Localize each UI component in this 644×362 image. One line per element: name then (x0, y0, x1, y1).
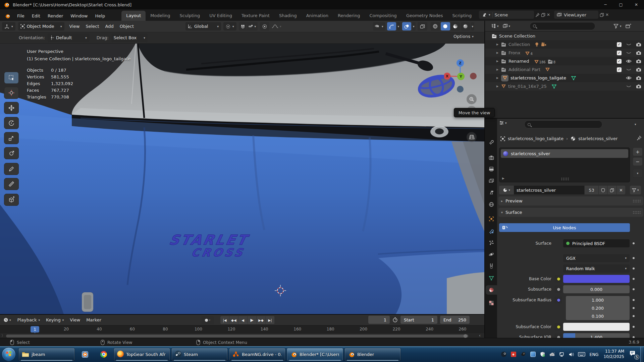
playhead[interactable]: 1 (31, 326, 39, 333)
play-button[interactable]: ▶ (248, 316, 257, 324)
eye-open-toggle[interactable] (626, 76, 632, 80)
copy-material-button[interactable] (607, 186, 616, 194)
field-subsurface-radius-1[interactable]: 0.200 (566, 304, 630, 312)
outliner-editor-type-button[interactable]: ▾ (491, 24, 499, 28)
outliner-item-name[interactable]: Collection (508, 42, 530, 47)
menu-help[interactable]: Help (92, 11, 109, 21)
shading-material-button[interactable] (451, 22, 460, 31)
taskbar-button-steam[interactable]: Steam (171, 348, 228, 361)
show-desktop-button[interactable] (640, 347, 643, 362)
tool-annotate[interactable] (4, 163, 19, 175)
tool-select-box[interactable] (4, 72, 19, 84)
taskbar-button-beamng[interactable]: BeamNG.drive - 0.3... (229, 348, 285, 361)
current-frame-field[interactable]: 1 (368, 316, 390, 324)
color-swatch-base-color[interactable] (563, 275, 630, 283)
tab-uv-editing[interactable]: UV Editing (205, 11, 237, 21)
timeline-editor-type-button[interactable]: ▾ (3, 317, 11, 322)
taskbar-button-firefox[interactable]: TopGear South Afri... (114, 348, 170, 361)
outliner-row-starletcross-logo-tailgate[interactable]: ▶starletcross_logo_tailgate (485, 74, 644, 82)
tool-orientation-dropdown[interactable]: Default ▾ (48, 34, 89, 42)
taskbar-icon-chrome[interactable] (95, 348, 112, 361)
blender-menu-icon[interactable] (0, 13, 13, 21)
outliner-row-collection[interactable]: ▶Collection✓ (485, 40, 644, 49)
properties-search-input[interactable] (524, 120, 602, 128)
timeline-menu-marker[interactable]: Marker (83, 317, 104, 322)
checkbox-toggle[interactable]: ✓ (617, 67, 622, 72)
animate-dot[interactable] (633, 315, 635, 317)
use-nodes-button[interactable]: Use Nodes (499, 223, 630, 232)
outliner-search-input[interactable] (530, 22, 595, 30)
properties-tab-render[interactable] (486, 153, 497, 163)
play-back-button[interactable]: ◀ (238, 316, 248, 324)
scrollbar-handle[interactable] (464, 334, 467, 338)
show-object-types-dropdown[interactable]: ▾ (373, 22, 385, 31)
outliner-display-mode-button[interactable]: ▾ (503, 24, 511, 28)
scene-selector[interactable]: ▾ Scene (479, 11, 534, 19)
color-swatch-subsurface-color[interactable] (563, 323, 630, 331)
properties-tab-modifiers[interactable] (486, 227, 497, 236)
expand-channels-arrow[interactable]: 〉 (1, 333, 5, 338)
taskbar-button-blender-active[interactable]: Blender* [C:\Users\... (287, 348, 343, 361)
tab-modeling[interactable]: Modeling (146, 11, 175, 21)
expand-arrow-icon[interactable]: ▶ (496, 76, 501, 79)
camera-toggle[interactable] (636, 84, 641, 88)
xray-toggle[interactable] (418, 22, 427, 31)
shading-wireframe-button[interactable] (431, 22, 440, 31)
collapse-region-arrow[interactable]: ‹ (478, 72, 480, 77)
menu-window[interactable]: Window (67, 11, 91, 21)
jump-start-button[interactable]: |◀ (220, 316, 229, 324)
field-surface[interactable]: Principled BSDF (563, 239, 630, 247)
properties-tab-material[interactable] (486, 285, 497, 295)
list-resize-grip[interactable] (561, 177, 569, 181)
editor-type-button[interactable]: ▾ (2, 22, 15, 31)
animate-dot[interactable] (633, 326, 635, 328)
breadcrumb-object[interactable]: starletcross_logo_tailgate (508, 136, 564, 141)
frame-start-field[interactable]: Start1 (400, 316, 437, 324)
tray-steam-sm-icon[interactable] (500, 352, 507, 357)
properties-tab-scene[interactable] (486, 188, 497, 197)
timeline-menu-view[interactable]: View (67, 317, 83, 322)
outliner-item-name[interactable]: Scene Collection (499, 34, 535, 39)
tab-rendering[interactable]: Rendering (333, 11, 365, 21)
taskbar-icon-mediaplayer[interactable] (76, 348, 94, 361)
maximize-button[interactable]: ▢ (613, 0, 629, 9)
tab-compositing[interactable]: Compositing (365, 11, 401, 21)
animate-dot[interactable] (633, 307, 635, 309)
field-subsurface-radius-2[interactable]: 0.100 (566, 312, 630, 320)
overlays-dropdown[interactable]: ▾ (412, 22, 416, 31)
show-overlays-toggle[interactable] (402, 22, 411, 31)
properties-tab-texture[interactable] (486, 298, 497, 308)
viewport-menu-select[interactable]: Select (83, 24, 102, 29)
pivot-point-dropdown[interactable]: ▾ (223, 22, 236, 31)
material-name-field[interactable]: starletcross_silver (514, 186, 584, 194)
viewport-canvas[interactable]: STARLET CROSS User Perspective (1) Scene… (0, 44, 484, 314)
tab-scripting[interactable]: Scripting (448, 11, 477, 21)
camera-toggle[interactable] (636, 67, 641, 72)
field-subsurface[interactable]: 0.000 (563, 285, 630, 293)
stopwatch-icon[interactable] (392, 317, 398, 322)
properties-tab-world[interactable] (486, 200, 497, 209)
eye-closed-toggle[interactable] (626, 84, 632, 88)
preview-panel-header[interactable]: ▸ Preview (498, 196, 643, 205)
tray-defender-icon[interactable] (539, 352, 546, 357)
tab-shading[interactable]: Shading (274, 11, 302, 21)
tab-texture-paint[interactable]: Texture Paint (237, 11, 274, 21)
properties-tab-output[interactable] (486, 165, 497, 174)
material-users-count[interactable]: 53 (584, 186, 598, 194)
drag-mode-dropdown[interactable]: Select Box ▾ (111, 34, 148, 42)
field-random-walk[interactable]: Random Walk▾ (563, 264, 630, 273)
tool-measure[interactable] (4, 178, 19, 190)
expand-arrow-icon[interactable]: ▶ (496, 68, 501, 71)
field-subsurface-radius-0[interactable]: 1.000 (566, 296, 630, 304)
tray-bluebox-icon[interactable] (529, 352, 537, 357)
pin-icon[interactable] (535, 13, 540, 17)
shading-rendered-button[interactable] (461, 22, 470, 31)
outliner-row-fronx[interactable]: ▶Fronx4✓ (485, 49, 644, 57)
animate-dot[interactable] (633, 257, 635, 259)
auto-keying-button[interactable]: ▾ (201, 316, 214, 324)
taskbar-button-folder[interactable]: jbeam (18, 348, 75, 361)
transform-orientation-dropdown[interactable]: Global ▾ (185, 22, 221, 31)
snap-widget[interactable]: ▾ (239, 22, 258, 31)
camera-toggle[interactable] (636, 76, 641, 80)
properties-editor-type-button[interactable]: ▾ (499, 121, 507, 125)
